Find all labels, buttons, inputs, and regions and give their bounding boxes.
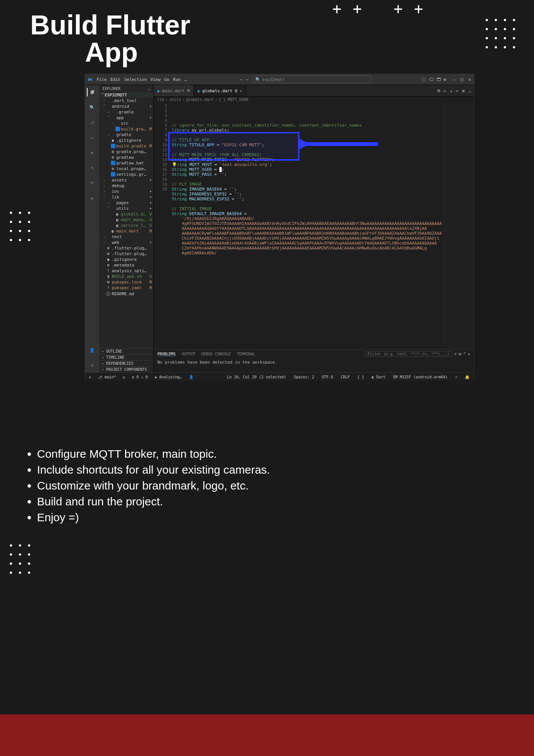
- search-activity-icon[interactable]: 🔍: [88, 103, 96, 112]
- tree-item[interactable]: ›.gradle: [99, 109, 153, 115]
- editor-tab[interactable]: ◐globals.dart U✕: [194, 85, 246, 96]
- menu-run[interactable]: Run: [173, 77, 181, 82]
- tree-item[interactable]: ≡pubspec.lockM: [99, 279, 153, 285]
- activity-extra-icon[interactable]: ⟳: [88, 179, 96, 187]
- tab-action-icon[interactable]: ▷: [444, 88, 447, 93]
- panel-filter-input[interactable]: Filter (e.g. text, **/*.ts, !**/...): [365, 351, 452, 357]
- tree-item[interactable]: ≡.metadata: [99, 262, 153, 268]
- panel-tab[interactable]: OUTPUT: [182, 352, 195, 356]
- close-tab-icon[interactable]: ✕: [240, 88, 242, 93]
- crumb[interactable]: { } MQTT_USER: [219, 98, 248, 102]
- explorer-section[interactable]: › PROJECT COMPONENTS: [99, 366, 153, 372]
- maximize-icon[interactable]: □: [461, 77, 463, 82]
- panel-tab[interactable]: PROBLEMS: [157, 352, 176, 356]
- crumb[interactable]: utils: [170, 98, 181, 102]
- status-item[interactable]: ◐ Dart: [370, 375, 387, 379]
- explorer-section[interactable]: › DEPENDENCIES: [99, 360, 153, 366]
- status-item[interactable]: SM M315F (android-arm64): [391, 375, 449, 379]
- tree-item[interactable]: ˅android•: [99, 104, 153, 109]
- layout-icon[interactable]: 🗖: [437, 77, 441, 82]
- tree-item[interactable]: ◆.gitignore: [99, 257, 153, 262]
- tree-item[interactable]: ˅lib•: [99, 194, 153, 200]
- explorer-more-icon[interactable]: …: [148, 87, 150, 91]
- status-item[interactable]: ⚡: [454, 375, 459, 379]
- menu-…[interactable]: …: [184, 77, 187, 82]
- tree-item[interactable]: 🟦build.gradleM: [99, 143, 153, 149]
- tree-item[interactable]: ›src: [99, 121, 153, 126]
- tab-action-icon[interactable]: ⧉: [437, 88, 440, 93]
- tree-item[interactable]: ›.dart_tool: [99, 98, 153, 104]
- status-item[interactable]: ↻: [121, 375, 127, 379]
- tree-item[interactable]: ◐main.dartM: [99, 228, 153, 234]
- menu-selection[interactable]: Selection: [124, 77, 147, 82]
- tab-action-icon[interactable]: …: [468, 88, 471, 93]
- project-root[interactable]: ESP32MQTT: [105, 93, 152, 98]
- status-item[interactable]: 👤: [187, 375, 195, 379]
- status-item[interactable]: { }: [356, 375, 366, 379]
- tree-item[interactable]: 🟦build.gradleM: [99, 126, 153, 132]
- panel-maximize-icon[interactable]: ^: [463, 352, 466, 356]
- layout-icon[interactable]: 🖵: [429, 77, 434, 82]
- status-item[interactable]: UTF-8: [320, 375, 335, 379]
- source-control-icon[interactable]: ⎇: [88, 118, 96, 127]
- filter-icon[interactable]: ▽: [454, 352, 457, 356]
- tree-item[interactable]: ⓘREADME.md: [99, 291, 153, 297]
- status-item[interactable]: Ln 10, Col 20 (2 selected): [225, 375, 288, 379]
- layout-icon[interactable]: ⬛: [421, 77, 426, 82]
- tree-item[interactable]: ›debug: [99, 183, 153, 189]
- activity-extra2-icon[interactable]: ❂: [88, 194, 96, 202]
- extensions-icon[interactable]: ⊞: [88, 149, 96, 157]
- close-icon[interactable]: ✕: [468, 77, 471, 82]
- tree-item[interactable]: ◆.gitignore: [99, 138, 153, 143]
- tree-item[interactable]: ≡.flutter-plugins-dependenci…: [99, 251, 153, 257]
- tree-item[interactable]: ›gradle: [99, 132, 153, 138]
- minimap[interactable]: [443, 102, 474, 349]
- menu-edit[interactable]: Edit: [111, 77, 121, 82]
- tree-item[interactable]: ⚙gradle.properties: [99, 149, 153, 155]
- tree-item[interactable]: 🟦settings.gradle: [99, 172, 153, 177]
- account-icon[interactable]: 👤: [88, 346, 96, 354]
- tab-action-icon[interactable]: ↔: [456, 88, 458, 93]
- tree-item[interactable]: ≡.flutter-plugins: [99, 245, 153, 251]
- crumb[interactable]: globals.dart: [186, 98, 213, 102]
- editor-tab[interactable]: ◐main.dart M: [154, 85, 194, 96]
- tab-action-icon[interactable]: ⊞: [462, 88, 465, 93]
- status-item[interactable]: ⊘ 0 ⚠ 0: [130, 375, 149, 379]
- run-debug-icon[interactable]: ▷: [88, 133, 96, 142]
- panel-tab[interactable]: TERMINAL: [237, 352, 255, 356]
- command-search-input[interactable]: 🔍 esp32mqtt: [253, 76, 371, 83]
- settings-gear-icon[interactable]: ⚙: [88, 361, 96, 369]
- tree-item[interactable]: ◐mqtt_manager.dartU: [99, 217, 153, 223]
- tree-item[interactable]: ›web•: [99, 240, 153, 245]
- status-item[interactable]: ◈ Analyzing…: [153, 375, 183, 379]
- tree-item[interactable]: ›assets•: [99, 177, 153, 183]
- tree-item[interactable]: ˅app•: [99, 115, 153, 121]
- tree-item[interactable]: ›pages•: [99, 200, 153, 206]
- tree-item[interactable]: !analysis_options.yaml: [99, 268, 153, 274]
- tree-item[interactable]: ›ios•: [99, 189, 153, 194]
- tree-item[interactable]: ◐globals.dartU: [99, 211, 153, 217]
- status-item[interactable]: Spaces: 2: [292, 375, 316, 379]
- menu-file[interactable]: File: [97, 77, 107, 82]
- menu-go[interactable]: Go: [164, 77, 169, 82]
- panel-tab[interactable]: DEBUG CONSOLE: [201, 352, 231, 356]
- explorer-section[interactable]: › OUTLINE: [99, 348, 153, 354]
- tree-item[interactable]: $BUILD_apk.shU: [99, 274, 153, 279]
- tab-action-icon[interactable]: ᚁ: [450, 88, 452, 93]
- status-item[interactable]: ⎇ main*: [96, 375, 117, 379]
- nav-fwd-icon[interactable]: →: [246, 77, 248, 82]
- panel-collapse-icon[interactable]: ⊟: [459, 352, 461, 356]
- menu-view[interactable]: View: [151, 77, 161, 82]
- tree-item[interactable]: ≡gradlew: [99, 155, 153, 160]
- status-item[interactable]: ✕: [87, 375, 93, 379]
- code-editor[interactable]: 1234578910111314151617181920 // ignore_f…: [154, 102, 474, 349]
- status-item[interactable]: 🔔: [463, 375, 471, 379]
- status-item[interactable]: CRLF: [339, 375, 351, 379]
- explorer-section[interactable]: › TIMELINE: [99, 354, 153, 360]
- tree-item[interactable]: ›test: [99, 234, 153, 240]
- testing-icon[interactable]: ⚗: [88, 164, 96, 172]
- nav-back-icon[interactable]: ←: [240, 77, 243, 82]
- explorer-icon[interactable]: 🗐: [87, 88, 97, 96]
- tree-item[interactable]: ˅utils•: [99, 206, 153, 211]
- tree-item[interactable]: !pubspec.yamlM: [99, 285, 153, 291]
